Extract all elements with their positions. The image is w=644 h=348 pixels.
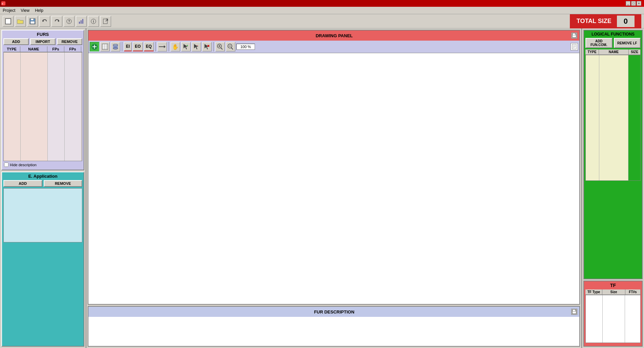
new-button[interactable] bbox=[3, 16, 14, 27]
lf-col-name: NAME bbox=[599, 49, 629, 55]
hide-description-row: Hide description bbox=[3, 161, 82, 168]
menu-view[interactable]: View bbox=[21, 8, 29, 13]
furs-table-body bbox=[3, 52, 82, 161]
info-button[interactable]: i bbox=[88, 16, 99, 27]
zoom-display: 100 % bbox=[236, 44, 255, 50]
toolbar-separator-4 bbox=[213, 42, 214, 51]
svg-text:i: i bbox=[93, 19, 94, 23]
database-button[interactable] bbox=[111, 42, 120, 51]
svg-text:-: - bbox=[197, 44, 198, 47]
fur-desc-save-icon[interactable] bbox=[571, 309, 577, 315]
save-button[interactable] bbox=[27, 16, 38, 27]
total-size-label: TOTAL SIZE bbox=[577, 18, 611, 25]
export-button[interactable] bbox=[100, 16, 111, 27]
tf-table-header: TF Type Size FT#s bbox=[585, 289, 641, 295]
drawing-panel-save-icon[interactable] bbox=[571, 32, 577, 39]
lf-remove-button[interactable]: REMOVE LF bbox=[614, 38, 641, 48]
toolbar: ? i TOTAL SIZE 0 bbox=[0, 14, 644, 28]
arrow-button[interactable] bbox=[157, 42, 167, 51]
eo-button[interactable]: EO bbox=[133, 42, 143, 51]
svg-rect-3 bbox=[30, 21, 35, 24]
svg-rect-16 bbox=[573, 34, 575, 35]
tf-type-col bbox=[586, 295, 603, 343]
logical-functions-section: LOGICAL FUNCTIONS ADD FUN.COM. REMOVE LF… bbox=[583, 30, 643, 279]
toolbar-separator-2 bbox=[155, 42, 156, 51]
svg-rect-2 bbox=[31, 19, 34, 20]
tf-col-ftrs: FT#s bbox=[625, 289, 641, 295]
furs-title: FURS bbox=[3, 32, 82, 37]
cursor-add-button[interactable]: + bbox=[181, 42, 191, 51]
menu-help[interactable]: Help bbox=[35, 8, 43, 13]
furs-col-name: NAME bbox=[20, 46, 47, 52]
eq-button[interactable]: EQ bbox=[144, 42, 154, 51]
minimize-button[interactable]: _ bbox=[626, 1, 630, 6]
furs-remove-button[interactable]: REMOVE bbox=[57, 38, 82, 45]
lf-add-button[interactable]: ADD FUN.COM. bbox=[585, 38, 613, 48]
zoom-out-button[interactable] bbox=[226, 42, 235, 51]
logical-functions-title: LOGICAL FUNCTIONS bbox=[585, 32, 641, 37]
menubar: Project View Help bbox=[0, 7, 644, 14]
svg-text:?: ? bbox=[68, 20, 70, 23]
main-layout: FURS ADD IMPORT REMOVE TYPE NAME FPs FPs bbox=[0, 28, 644, 348]
furs-fps2-col bbox=[65, 52, 82, 161]
maximize-button[interactable]: □ bbox=[631, 1, 636, 6]
toolbar-separator-1 bbox=[122, 42, 122, 51]
svg-point-29 bbox=[113, 44, 118, 46]
center-panel: DRAWING PANEL bbox=[86, 28, 581, 348]
close-button[interactable]: × bbox=[1, 1, 5, 5]
eapp-add-button[interactable]: ADD bbox=[3, 180, 42, 187]
fur-desc-body[interactable] bbox=[88, 317, 579, 346]
page-icon[interactable] bbox=[571, 43, 578, 50]
eapp-button-row: ADD REMOVE bbox=[3, 180, 82, 187]
grid-button[interactable] bbox=[100, 42, 110, 51]
tf-col-type: TF Type bbox=[585, 289, 602, 295]
lf-button-row: ADD FUN.COM. REMOVE LF bbox=[585, 38, 641, 48]
svg-rect-17 bbox=[573, 36, 576, 37]
cursor-remove-button[interactable] bbox=[202, 42, 212, 51]
furs-fps1-col bbox=[48, 52, 65, 161]
svg-rect-52 bbox=[573, 312, 576, 313]
furs-name-col bbox=[21, 52, 48, 161]
svg-rect-51 bbox=[573, 310, 575, 311]
hide-description-checkbox[interactable] bbox=[4, 162, 8, 167]
help-button[interactable]: ? bbox=[64, 16, 74, 27]
drawing-panel: DRAWING PANEL bbox=[88, 30, 580, 305]
furs-col-fps1: FPs bbox=[47, 46, 64, 52]
furs-add-button[interactable]: ADD bbox=[3, 38, 29, 45]
open-button[interactable] bbox=[15, 16, 26, 27]
svg-marker-36 bbox=[205, 44, 209, 49]
window-close-button[interactable]: × bbox=[637, 1, 641, 6]
drawing-canvas[interactable] bbox=[88, 53, 579, 304]
drawing-panel-title: DRAWING PANEL bbox=[316, 33, 353, 38]
tf-table-body bbox=[585, 295, 641, 343]
lf-table-body bbox=[585, 55, 641, 181]
pan-button[interactable]: ✋ bbox=[171, 42, 180, 51]
lf-table-header: TYPE NAME SIZE bbox=[585, 49, 641, 55]
svg-line-42 bbox=[221, 48, 222, 49]
add-element-button[interactable] bbox=[90, 42, 99, 51]
svg-marker-31 bbox=[164, 45, 166, 48]
total-size-badge: TOTAL SIZE 0 bbox=[570, 14, 641, 28]
tf-section: TF TF Type Size FT#s bbox=[583, 281, 643, 347]
chart-button[interactable] bbox=[76, 16, 87, 27]
lf-col-type: TYPE bbox=[585, 49, 599, 55]
furs-type-col bbox=[4, 52, 21, 161]
svg-rect-13 bbox=[103, 19, 107, 24]
furs-button-row: ADD IMPORT REMOVE bbox=[3, 38, 82, 45]
svg-rect-0 bbox=[5, 19, 11, 24]
menu-project[interactable]: Project bbox=[3, 8, 15, 13]
left-panel: FURS ADD IMPORT REMOVE TYPE NAME FPs FPs bbox=[0, 28, 86, 348]
redo-button[interactable] bbox=[51, 16, 62, 27]
undo-button[interactable] bbox=[39, 16, 50, 27]
ei-button[interactable]: EI bbox=[124, 42, 132, 51]
svg-rect-21 bbox=[102, 44, 108, 49]
eapp-remove-button[interactable]: REMOVE bbox=[44, 180, 83, 187]
hide-description-label: Hide description bbox=[10, 163, 37, 167]
tf-size-col bbox=[603, 295, 625, 343]
cursor-subtract-button[interactable]: - bbox=[192, 42, 201, 51]
furs-import-button[interactable]: IMPORT bbox=[30, 38, 56, 45]
tf-title: TF bbox=[585, 283, 641, 288]
titlebar: × _ □ × bbox=[0, 0, 644, 7]
tf-col-size: Size bbox=[602, 289, 625, 295]
zoom-in-button[interactable] bbox=[215, 42, 225, 51]
